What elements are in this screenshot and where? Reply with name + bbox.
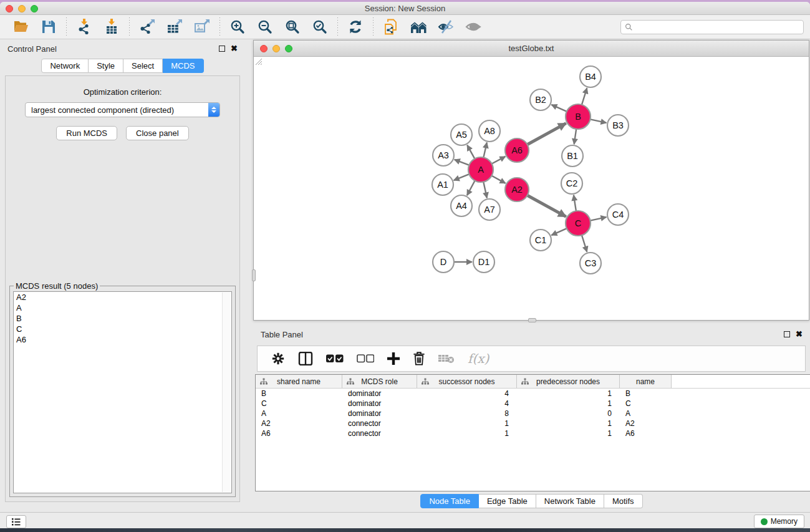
close-panel-button[interactable]: Close panel	[126, 126, 189, 140]
export-network-icon[interactable]	[138, 18, 156, 36]
refresh-layout-icon[interactable]	[347, 18, 364, 36]
float-panel-icon[interactable]	[219, 46, 225, 52]
tab-edge-table[interactable]: Edge Table	[479, 494, 536, 508]
deselect-checkboxes-icon[interactable]	[357, 352, 374, 365]
close-table-panel-icon[interactable]: ✖	[796, 331, 803, 337]
table-row[interactable]: A2connector11A2	[256, 418, 810, 428]
graph-node-D1[interactable]: D1	[473, 251, 494, 273]
network-graph[interactable]: AA1A2A3A4A5A6A7A8BB1B2B3B4CC1C2C3C4DD1	[254, 57, 809, 320]
zoom-fit-icon[interactable]	[284, 18, 301, 36]
split-columns-icon[interactable]	[298, 352, 313, 365]
edge-C-C4[interactable]	[590, 217, 607, 221]
graph-node-A5[interactable]: A5	[451, 124, 472, 145]
table-row[interactable]: Adominator80A	[256, 409, 810, 418]
zoom-in-icon[interactable]	[229, 18, 246, 36]
window-left-drag-handle[interactable]	[252, 269, 256, 281]
table-row[interactable]: Cdominator41C	[256, 399, 810, 409]
tab-network-table[interactable]: Network Table	[536, 494, 604, 508]
network-window-titlebar[interactable]: testGlobe.txt	[254, 41, 809, 57]
graph-node-D[interactable]: D	[433, 251, 454, 273]
graph-node-A3[interactable]: A3	[433, 145, 454, 166]
tab-motifs[interactable]: Motifs	[604, 494, 643, 508]
tab-network[interactable]: Network	[41, 59, 89, 73]
table-row[interactable]: A6connector11A6	[256, 428, 810, 438]
edge-A6-B[interactable]	[527, 123, 566, 145]
edge-A-A6[interactable]	[491, 157, 506, 164]
table-settings-icon[interactable]	[271, 352, 285, 365]
save-session-icon[interactable]	[40, 18, 57, 36]
tab-mcds[interactable]: MCDS	[163, 59, 203, 73]
column-header-shared-name[interactable]: shared name	[256, 375, 342, 388]
add-column-icon[interactable]	[387, 352, 400, 365]
edge-B-B3[interactable]	[590, 119, 607, 123]
graph-node-A2[interactable]: A2	[505, 178, 529, 201]
import-table-icon[interactable]	[103, 18, 120, 36]
edge-A-A3[interactable]	[455, 160, 470, 165]
graph-node-C2[interactable]: C2	[561, 173, 582, 194]
graph-node-B[interactable]: B	[566, 104, 591, 129]
edge-A-A8[interactable]	[483, 143, 487, 158]
graph-node-A4[interactable]: A4	[451, 195, 472, 216]
node-table[interactable]: shared nameMCDS rolesuccessor nodesprede…	[255, 374, 810, 491]
graph-node-C3[interactable]: C3	[580, 253, 601, 274]
edge-B-B2[interactable]	[551, 105, 567, 112]
graph-node-B3[interactable]: B3	[607, 115, 629, 136]
edge-C-C3[interactable]	[582, 235, 587, 252]
graph-node-A7[interactable]: A7	[479, 199, 500, 220]
memory-button[interactable]: Memory	[754, 515, 804, 528]
graph-node-B2[interactable]: B2	[530, 89, 551, 110]
graph-node-C4[interactable]: C4	[607, 204, 629, 225]
tab-node-table[interactable]: Node Table	[420, 494, 479, 508]
tab-select[interactable]: Select	[123, 59, 163, 73]
result-scrollbar[interactable]	[222, 293, 231, 492]
run-mcds-button[interactable]: Run MCDS	[56, 126, 117, 140]
mcds-result-list[interactable]: A2ABCA6	[13, 291, 232, 493]
tab-style[interactable]: Style	[89, 59, 123, 73]
zoom-out-icon[interactable]	[256, 18, 274, 36]
export-table-icon[interactable]	[166, 18, 183, 36]
edge-A-A4[interactable]	[467, 180, 475, 195]
show-all-icon[interactable]	[465, 18, 482, 36]
export-image-icon[interactable]	[193, 18, 211, 36]
graph-node-A1[interactable]: A1	[432, 174, 453, 195]
column-header-predecessor-nodes[interactable]: predecessor nodes	[517, 375, 620, 388]
graph-node-B4[interactable]: B4	[580, 66, 601, 87]
edge-A-A5[interactable]	[467, 145, 475, 160]
column-header-name[interactable]: name	[620, 375, 672, 388]
table-row[interactable]: Bdominator41B	[256, 389, 810, 399]
graph-node-A8[interactable]: A8	[479, 120, 500, 142]
edge-A2-C[interactable]	[527, 195, 566, 217]
first-neighbors-icon[interactable]	[410, 18, 427, 36]
graph-node-C[interactable]: C	[566, 211, 591, 236]
mcds-result-item[interactable]: A	[14, 302, 231, 313]
graph-node-B1[interactable]: B1	[562, 145, 583, 167]
edge-A-A1[interactable]	[454, 174, 470, 180]
edge-B-B4[interactable]	[582, 88, 587, 105]
edge-C-C2[interactable]	[574, 195, 576, 211]
mcds-result-item[interactable]: A6	[14, 334, 231, 345]
import-network-icon[interactable]	[75, 18, 93, 36]
network-canvas[interactable]: AA1A2A3A4A5A6A7A8BB1B2B3B4CC1C2C3C4DD1	[254, 57, 809, 320]
edge-B-B1[interactable]	[574, 128, 577, 144]
clone-network-icon[interactable]	[382, 18, 400, 36]
task-history-button[interactable]	[6, 515, 26, 528]
optimization-criterion-dropdown[interactable]: largest connected component (directed)	[25, 102, 220, 117]
edge-A-A7[interactable]	[483, 181, 487, 198]
zoom-selected-icon[interactable]	[311, 18, 329, 36]
float-table-panel-icon[interactable]	[784, 331, 790, 337]
search-box[interactable]	[620, 20, 804, 34]
graph-node-A[interactable]: A	[468, 157, 493, 182]
select-all-checkboxes-icon[interactable]	[326, 352, 344, 365]
graph-node-C1[interactable]: C1	[530, 230, 551, 251]
open-file-icon[interactable]	[12, 18, 30, 36]
close-panel-icon[interactable]: ✖	[231, 46, 238, 52]
graph-node-A6[interactable]: A6	[505, 138, 529, 162]
window-bottom-drag-handle[interactable]	[528, 318, 536, 322]
mcds-result-item[interactable]: B	[14, 313, 231, 324]
edge-A-A2[interactable]	[491, 175, 506, 183]
hide-selected-icon[interactable]	[437, 18, 455, 36]
edge-C-C1[interactable]	[551, 228, 567, 235]
mcds-result-item[interactable]: A2	[14, 292, 231, 302]
mcds-result-item[interactable]: C	[14, 324, 231, 334]
resize-grip-icon[interactable]	[254, 57, 262, 65]
